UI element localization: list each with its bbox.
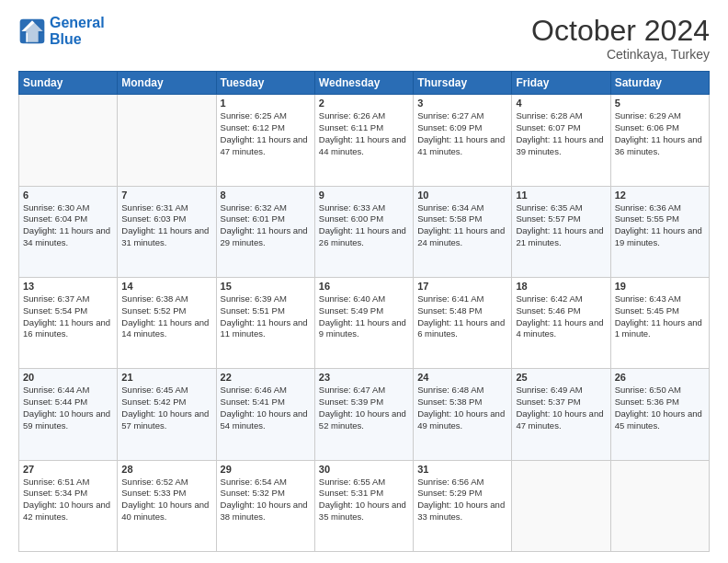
day-info-line: Sunrise: 6:48 AM: [417, 385, 483, 395]
day-number: 23: [319, 372, 409, 383]
day-info-line: Daylight: 11 hours and 34 minutes.: [23, 225, 110, 247]
day-info-line: Sunrise: 6:33 AM: [319, 202, 385, 213]
day-info: Sunrise: 6:56 AMSunset: 5:29 PMDaylight:…: [417, 477, 507, 523]
day-info-line: Sunset: 6:11 PM: [319, 122, 383, 132]
day-info-line: Sunrise: 6:37 AM: [23, 293, 89, 304]
day-number: 26: [615, 372, 705, 383]
day-info-line: Daylight: 11 hours and 11 minutes.: [221, 317, 308, 339]
day-info: Sunrise: 6:30 AMSunset: 6:04 PMDaylight:…: [23, 202, 113, 249]
day-info: Sunrise: 6:39 AMSunset: 5:51 PMDaylight:…: [221, 293, 311, 340]
day-info: Sunrise: 6:48 AMSunset: 5:38 PMDaylight:…: [417, 385, 507, 431]
day-number: 10: [417, 190, 507, 201]
day-info-line: Sunrise: 6:39 AM: [221, 293, 287, 304]
day-info-line: Daylight: 10 hours and 35 minutes.: [319, 500, 406, 522]
day-info: Sunrise: 6:55 AMSunset: 5:31 PMDaylight:…: [319, 477, 409, 523]
calendar-cell: 20Sunrise: 6:44 AMSunset: 5:44 PMDayligh…: [19, 369, 118, 460]
calendar-cell: 25Sunrise: 6:49 AMSunset: 5:37 PMDayligh…: [512, 369, 610, 460]
day-info-line: Daylight: 11 hours and 16 minutes.: [23, 317, 110, 339]
day-info: Sunrise: 6:49 AMSunset: 5:37 PMDaylight:…: [516, 385, 606, 431]
day-info-line: Sunset: 5:44 PM: [23, 396, 87, 407]
day-info-line: Sunrise: 6:52 AM: [121, 477, 188, 487]
day-info-line: Sunset: 6:01 PM: [221, 213, 285, 224]
month-title: October 2024: [531, 15, 710, 47]
day-info-line: Sunset: 6:06 PM: [615, 122, 679, 132]
calendar-cell: 5Sunrise: 6:29 AMSunset: 6:06 PMDaylight…: [610, 95, 709, 186]
day-info-line: Daylight: 11 hours and 39 minutes.: [516, 134, 603, 156]
calendar-row: 20Sunrise: 6:44 AMSunset: 5:44 PMDayligh…: [19, 369, 710, 460]
day-number: 20: [23, 372, 113, 383]
day-info-line: Daylight: 11 hours and 47 minutes.: [221, 134, 308, 156]
weekday-header: Thursday: [414, 72, 512, 95]
day-number: 11: [516, 190, 606, 201]
day-number: 5: [615, 98, 705, 109]
calendar-row: 13Sunrise: 6:37 AMSunset: 5:54 PMDayligh…: [19, 277, 710, 368]
day-number: 4: [516, 98, 606, 109]
day-info-line: Sunset: 5:55 PM: [615, 213, 679, 224]
day-info-line: Daylight: 10 hours and 52 minutes.: [319, 408, 406, 431]
day-number: 28: [121, 464, 211, 475]
day-number: 24: [417, 372, 507, 383]
calendar-cell: 13Sunrise: 6:37 AMSunset: 5:54 PMDayligh…: [19, 277, 118, 368]
day-info-line: Daylight: 11 hours and 4 minutes.: [516, 317, 603, 339]
day-info-line: Sunrise: 6:41 AM: [417, 293, 483, 304]
day-info-line: Daylight: 11 hours and 41 minutes.: [417, 134, 505, 156]
calendar-cell: 19Sunrise: 6:43 AMSunset: 5:45 PMDayligh…: [610, 277, 709, 368]
day-info-line: Sunset: 5:32 PM: [221, 488, 285, 498]
calendar-cell: 27Sunrise: 6:51 AMSunset: 5:34 PMDayligh…: [19, 460, 118, 551]
day-info-line: Daylight: 11 hours and 29 minutes.: [221, 225, 308, 247]
day-info-line: Sunrise: 6:50 AM: [615, 385, 681, 395]
day-info-line: Daylight: 11 hours and 36 minutes.: [615, 134, 702, 156]
day-info-line: Sunrise: 6:25 AM: [221, 110, 287, 121]
day-info-line: Sunrise: 6:43 AM: [615, 293, 681, 304]
calendar-cell: 21Sunrise: 6:45 AMSunset: 5:42 PMDayligh…: [118, 369, 216, 460]
day-info: Sunrise: 6:29 AMSunset: 6:06 PMDaylight:…: [615, 110, 705, 157]
day-info-line: Daylight: 10 hours and 33 minutes.: [417, 500, 505, 522]
day-info: Sunrise: 6:44 AMSunset: 5:44 PMDaylight:…: [23, 385, 113, 431]
header: General Blue October 2024 Cetinkaya, Tur…: [18, 15, 710, 62]
calendar-cell: 14Sunrise: 6:38 AMSunset: 5:52 PMDayligh…: [118, 277, 216, 368]
day-number: 16: [319, 281, 409, 292]
day-info: Sunrise: 6:36 AMSunset: 5:55 PMDaylight:…: [615, 202, 705, 249]
calendar-cell: 29Sunrise: 6:54 AMSunset: 5:32 PMDayligh…: [216, 460, 314, 551]
day-info: Sunrise: 6:38 AMSunset: 5:52 PMDaylight:…: [121, 293, 211, 340]
day-info-line: Sunset: 5:38 PM: [417, 396, 482, 407]
day-info-line: Daylight: 10 hours and 47 minutes.: [516, 408, 603, 431]
day-number: 14: [121, 281, 211, 292]
day-info-line: Daylight: 11 hours and 9 minutes.: [319, 317, 406, 339]
day-info-line: Daylight: 11 hours and 26 minutes.: [319, 225, 406, 247]
day-info: Sunrise: 6:52 AMSunset: 5:33 PMDaylight:…: [121, 477, 211, 523]
day-number: 17: [417, 281, 507, 292]
day-info-line: Sunset: 5:33 PM: [121, 488, 186, 498]
day-info: Sunrise: 6:43 AMSunset: 5:45 PMDaylight:…: [615, 293, 705, 340]
calendar-cell: 30Sunrise: 6:55 AMSunset: 5:31 PMDayligh…: [314, 460, 413, 551]
day-number: 12: [615, 190, 705, 201]
day-info: Sunrise: 6:54 AMSunset: 5:32 PMDaylight:…: [221, 477, 311, 523]
day-info: Sunrise: 6:40 AMSunset: 5:49 PMDaylight:…: [319, 293, 409, 340]
calendar-row: 6Sunrise: 6:30 AMSunset: 6:04 PMDaylight…: [19, 186, 710, 277]
weekday-header: Wednesday: [314, 72, 413, 95]
weekday-header: Tuesday: [216, 72, 314, 95]
day-info-line: Sunrise: 6:28 AM: [516, 110, 582, 121]
day-info: Sunrise: 6:46 AMSunset: 5:41 PMDaylight:…: [221, 385, 311, 431]
day-info: Sunrise: 6:27 AMSunset: 6:09 PMDaylight:…: [417, 110, 507, 157]
calendar-cell: 23Sunrise: 6:47 AMSunset: 5:39 PMDayligh…: [314, 369, 413, 460]
logo: General Blue: [18, 15, 105, 49]
day-info-line: Sunset: 5:48 PM: [417, 305, 482, 316]
day-info-line: Daylight: 10 hours and 42 minutes.: [23, 500, 110, 522]
day-number: 9: [319, 190, 409, 201]
calendar-cell: 12Sunrise: 6:36 AMSunset: 5:55 PMDayligh…: [610, 186, 709, 277]
day-info-line: Sunrise: 6:27 AM: [417, 110, 483, 121]
day-number: 18: [516, 281, 606, 292]
day-number: 1: [221, 98, 311, 109]
calendar-cell: 15Sunrise: 6:39 AMSunset: 5:51 PMDayligh…: [216, 277, 314, 368]
day-info-line: Daylight: 10 hours and 38 minutes.: [221, 500, 308, 522]
day-info-line: Sunrise: 6:47 AM: [319, 385, 385, 395]
day-info-line: Daylight: 10 hours and 45 minutes.: [615, 408, 702, 431]
day-info-line: Sunset: 5:45 PM: [615, 305, 679, 316]
calendar-cell: [19, 95, 118, 186]
day-info-line: Daylight: 11 hours and 44 minutes.: [319, 134, 406, 156]
weekday-header-row: SundayMondayTuesdayWednesdayThursdayFrid…: [19, 72, 710, 95]
day-info: Sunrise: 6:37 AMSunset: 5:54 PMDaylight:…: [23, 293, 113, 340]
day-info-line: Daylight: 11 hours and 24 minutes.: [417, 225, 505, 247]
day-info-line: Daylight: 10 hours and 59 minutes.: [23, 408, 110, 431]
